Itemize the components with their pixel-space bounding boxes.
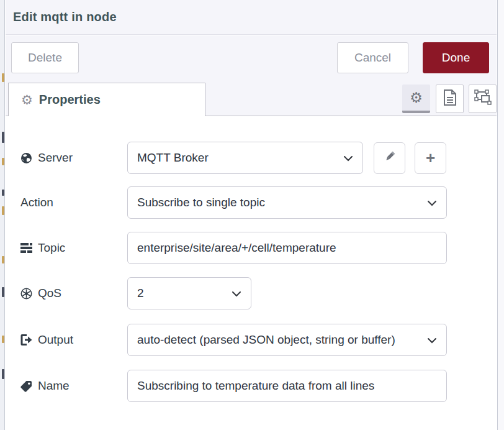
editor-tab-bar: ⚙ Properties ⚙ [6, 81, 497, 116]
server-row: Server MQTT Broker [6, 142, 497, 174]
action-label: Action [6, 196, 127, 209]
tab-node-properties-button[interactable]: ⚙ [402, 85, 430, 113]
tab-appearance-button[interactable] [469, 85, 497, 113]
workspace-node-fragment [2, 287, 4, 297]
topic-row: Topic [6, 232, 497, 264]
output-row: Output auto-detect (parsed JSON object, … [6, 324, 497, 356]
empire-icon [20, 288, 32, 300]
gear-icon: ⚙ [21, 93, 33, 106]
appearance-icon [474, 89, 492, 108]
workspace-node-fragment [2, 369, 4, 379]
chevron-down-icon [427, 333, 437, 347]
sign-out-icon [20, 334, 32, 345]
done-button[interactable]: Done [423, 42, 489, 73]
workspace-node-fragment [2, 132, 4, 143]
properties-form: Server MQTT Broker [6, 116, 497, 430]
qos-label: QoS [6, 286, 127, 300]
plus-icon: + [426, 150, 435, 166]
workspace-node-fragment [2, 158, 4, 165]
tab-properties[interactable]: ⚙ Properties [8, 83, 205, 116]
qos-select[interactable]: 2 [127, 277, 251, 309]
tag-icon [20, 380, 32, 392]
name-input[interactable] [127, 370, 447, 402]
tasks-icon [20, 243, 32, 253]
tab-description-button[interactable] [436, 85, 464, 113]
name-row: Name [6, 370, 497, 402]
dialog-button-bar: Delete Cancel Done [6, 35, 497, 81]
pencil-icon [384, 150, 396, 165]
action-select-value: Subscribe to single topic [137, 196, 421, 209]
chevron-down-icon [232, 286, 241, 300]
server-select[interactable]: MQTT Broker [127, 142, 363, 174]
output-label: Output [6, 333, 127, 347]
tab-properties-label: Properties [39, 93, 101, 107]
workspace-node-fragment [2, 73, 4, 82]
edit-node-dialog: Edit mqtt in node Delete Cancel Done ⚙ P… [6, 0, 497, 430]
doc-icon [443, 89, 457, 109]
name-label: Name [6, 379, 127, 393]
qos-row: QoS 2 [6, 277, 497, 309]
server-select-value: MQTT Broker [137, 151, 337, 165]
cancel-button[interactable]: Cancel [337, 42, 408, 73]
qos-select-value: 2 [137, 286, 225, 300]
chevron-down-icon [427, 196, 437, 209]
topic-input[interactable] [127, 232, 447, 264]
workspace-node-fragment [2, 256, 4, 263]
delete-button[interactable]: Delete [11, 42, 79, 73]
workspace-node-fragment [2, 336, 4, 343]
add-server-button[interactable]: + [415, 142, 446, 174]
output-select[interactable]: auto-detect (parsed JSON object, string … [127, 324, 447, 356]
chevron-down-icon [343, 151, 353, 165]
gear-icon: ⚙ [410, 89, 423, 106]
topic-label: Topic [6, 241, 127, 255]
workspace-node-fragment [2, 190, 4, 196]
edit-server-button[interactable] [374, 142, 405, 174]
action-select[interactable]: Subscribe to single topic [127, 186, 447, 219]
action-row: Action Subscribe to single topic [6, 186, 497, 219]
output-select-value: auto-detect (parsed JSON object, string … [137, 333, 421, 347]
dialog-title: Edit mqtt in node [6, 10, 117, 24]
globe-icon [20, 152, 32, 164]
workspace-node-fragment [2, 206, 4, 215]
workspace-edge [0, 0, 5, 430]
server-label: Server [6, 151, 127, 165]
dialog-header: Edit mqtt in node [6, 0, 497, 35]
scrollbar-gutter[interactable] [497, 0, 504, 430]
